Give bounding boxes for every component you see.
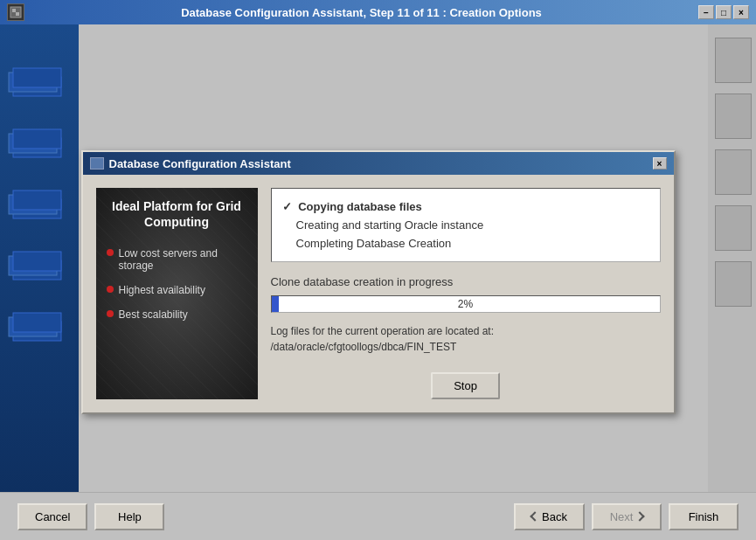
svg-rect-14 [13, 252, 61, 271]
step-3-label: Completing Database Creation [296, 237, 452, 250]
outer-titlebar: Database Configuration Assistant, Step 1… [0, 0, 756, 24]
svg-rect-1 [12, 9, 16, 12]
back-button[interactable]: Back [514, 503, 585, 530]
next-label: Next [610, 510, 634, 523]
dialog-body: Ideal Platform for Grid Computing Low co… [83, 175, 674, 412]
close-button[interactable]: × [733, 5, 749, 19]
progress-label: Clone database creation in progress [271, 275, 661, 288]
left-panel-label-3: Best scalability [119, 308, 188, 321]
bullet-3 [107, 310, 114, 317]
dialog-icon [90, 157, 104, 170]
back-arrow-icon [530, 511, 539, 521]
bg-boxes [4, 51, 70, 403]
step-1-check: ✓ [282, 200, 292, 213]
left-panel-title: Ideal Platform for Grid Computing [107, 198, 247, 230]
app-icon [7, 3, 24, 21]
svg-rect-17 [13, 313, 61, 332]
inner-titlebar-left: Database Configuration Assistant [90, 157, 291, 170]
progress-bar-container: 2% [271, 295, 661, 313]
left-panel-item-3: Best scalability [107, 308, 247, 321]
log-line2: /data/oracle/cfgtoollogs/dbca/FIN_TEST [271, 341, 457, 353]
outer-window: Database Configuration Assistant, Step 1… [0, 0, 756, 540]
bottom-bar: Cancel Help Back Next Finish [0, 492, 756, 540]
bg-left [0, 24, 79, 540]
svg-rect-8 [13, 129, 61, 149]
right-content: ✓ Copying database files Creating and st… [271, 188, 661, 399]
bullet-2 [107, 286, 114, 293]
inner-close-button[interactable]: × [653, 157, 667, 170]
right-decoration [715, 38, 752, 307]
svg-rect-2 [16, 12, 19, 16]
bottom-right-buttons: Back Next Finish [514, 503, 739, 530]
bg-right [708, 24, 756, 540]
left-panel-label-2: Highest availability [119, 284, 205, 296]
inner-titlebar: Database Configuration Assistant × [83, 152, 674, 175]
progress-bar-fill [272, 296, 280, 312]
bullet-1 [107, 249, 114, 256]
stop-button-area: Stop [271, 372, 661, 399]
dialog-content: Ideal Platform for Grid Computing Low co… [96, 188, 661, 399]
next-arrow-icon [635, 511, 645, 521]
next-btn-content: Next [609, 510, 644, 523]
stop-button[interactable]: Stop [431, 372, 500, 399]
log-line1: Log files for the current operation are … [271, 325, 495, 337]
step-2: Creating and starting Oracle instance [282, 216, 649, 234]
minimize-button[interactable]: − [698, 5, 714, 19]
left-panel-content: Ideal Platform for Grid Computing Low co… [96, 188, 258, 343]
svg-rect-5 [13, 68, 61, 87]
left-panel: Ideal Platform for Grid Computing Low co… [96, 188, 258, 399]
main-area: Database Configuration Assistant × Ideal… [0, 24, 756, 540]
maximize-button[interactable]: □ [716, 5, 732, 19]
finish-button[interactable]: Finish [669, 503, 739, 530]
outer-title: Database Configuration Assistant, Step 1… [24, 6, 698, 19]
step-1: ✓ Copying database files [282, 197, 649, 216]
titlebar-controls: − □ × [698, 5, 749, 19]
left-panel-item-2: Highest availability [107, 284, 247, 296]
left-panel-label-1: Low cost servers and storage [119, 247, 247, 272]
step-1-label: Copying database files [298, 200, 422, 213]
log-info: Log files for the current operation are … [271, 323, 661, 355]
back-btn-content: Back [531, 510, 567, 523]
step-2-label: Creating and starting Oracle instance [296, 218, 484, 232]
help-button[interactable]: Help [94, 503, 164, 530]
back-label: Back [542, 510, 567, 523]
left-panel-item-1: Low cost servers and storage [107, 247, 247, 272]
steps-box: ✓ Copying database files Creating and st… [271, 188, 661, 262]
next-button[interactable]: Next [592, 503, 662, 530]
svg-rect-11 [13, 190, 61, 210]
cancel-button[interactable]: Cancel [17, 503, 87, 530]
inner-dialog: Database Configuration Assistant × Ideal… [81, 150, 676, 414]
step-3: Completing Database Creation [282, 234, 649, 253]
progress-text: 2% [458, 298, 473, 310]
inner-title: Database Configuration Assistant [109, 157, 291, 170]
bottom-left-buttons: Cancel Help [17, 503, 164, 530]
